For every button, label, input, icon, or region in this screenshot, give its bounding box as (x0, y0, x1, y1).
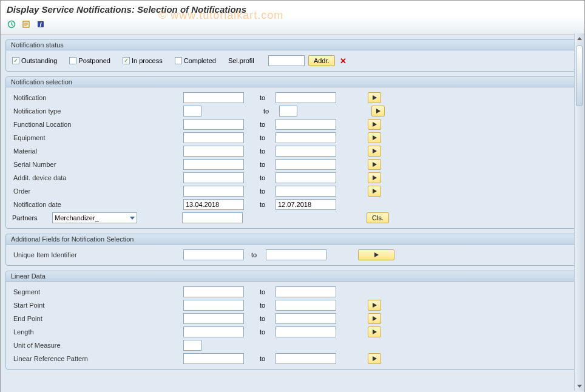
multi-select-button[interactable] (371, 106, 385, 117)
group-header-status: Notification status (6, 40, 579, 50)
outstanding-checkbox[interactable]: Outstanding (12, 57, 57, 64)
in-process-label: In process (132, 57, 163, 64)
svg-line-2 (12, 24, 13, 25)
arrow-right-icon (376, 109, 380, 113)
arrow-right-icon (373, 149, 377, 154)
serial-from-input[interactable] (183, 159, 244, 170)
arrow-right-icon (374, 252, 379, 257)
lrp-to-input[interactable] (276, 353, 336, 364)
addit-device-from-input[interactable] (183, 172, 244, 183)
multi-select-button[interactable] (368, 92, 381, 103)
addit-device-to-input[interactable] (276, 172, 336, 183)
get-variant-icon[interactable] (20, 18, 32, 30)
checkbox-icon (69, 57, 76, 64)
partners-value: Merchandizer_ (55, 214, 99, 221)
multi-select-button[interactable] (368, 119, 381, 130)
additional-fields-group: Additional Fields for Notification Selec… (5, 234, 580, 266)
func-loc-from-input[interactable] (183, 119, 244, 130)
partners-select[interactable]: Merchandizer_ (52, 212, 137, 223)
multi-select-button[interactable] (368, 313, 381, 324)
group-header-selection: Notification selection (6, 77, 579, 87)
func-loc-to-input[interactable] (276, 119, 336, 130)
equipment-from-input[interactable] (183, 132, 244, 143)
title-area: Display Service Notifications: Selection… (1, 1, 584, 17)
multi-select-button[interactable] (368, 353, 381, 364)
arrow-right-icon (373, 122, 377, 127)
start-point-to-input[interactable] (276, 300, 336, 311)
to-label: to (248, 161, 272, 168)
sel-profil-input[interactable] (268, 55, 305, 66)
end-point-to-input[interactable] (276, 313, 336, 324)
to-label: to (248, 288, 272, 296)
serial-label: Serial Number (12, 161, 91, 168)
end-point-from-input[interactable] (183, 313, 244, 324)
notif-type-from-input[interactable] (183, 106, 201, 117)
postponed-label: Postponed (78, 57, 110, 64)
to-label: to (248, 174, 272, 181)
multi-select-button[interactable] (368, 159, 381, 170)
arrow-right-icon (373, 189, 377, 194)
segment-label: Segment (12, 288, 91, 296)
notif-date-from-input[interactable] (183, 199, 244, 210)
to-label: to (248, 302, 272, 309)
notification-to-input[interactable] (276, 92, 336, 103)
multi-select-button[interactable] (368, 146, 381, 157)
segment-from-input[interactable] (183, 286, 244, 297)
postponed-checkbox[interactable]: Postponed (69, 57, 110, 64)
notification-from-input[interactable] (183, 92, 244, 103)
uid-to-input[interactable] (266, 249, 326, 260)
start-point-label: Start Point (12, 302, 91, 309)
length-to-input[interactable] (276, 326, 336, 337)
order-to-input[interactable] (276, 186, 336, 197)
arrow-right-icon (373, 316, 377, 321)
linear-data-group: Linear Data Segment to Start Point to (5, 271, 580, 370)
checkbox-icon (12, 57, 19, 64)
to-label: to (248, 315, 272, 322)
partners-label: Partners (12, 214, 49, 221)
serial-to-input[interactable] (276, 159, 336, 170)
arrow-right-icon (373, 356, 377, 361)
multi-select-button[interactable] (368, 326, 381, 337)
info-icon[interactable]: i (35, 18, 47, 30)
length-from-input[interactable] (183, 326, 244, 337)
execute-icon[interactable] (5, 18, 18, 30)
equipment-label: Equipment (12, 134, 91, 141)
vertical-scrollbar[interactable] (574, 33, 584, 391)
notification-label: Notification (12, 94, 91, 101)
lrp-from-input[interactable] (183, 353, 244, 364)
notification-selection-group: Notification selection Notification to N… (5, 76, 580, 229)
notif-date-to-input[interactable] (276, 199, 336, 210)
scroll-down-icon[interactable] (575, 381, 584, 391)
clear-icon[interactable]: ✕ (339, 56, 348, 66)
segment-to-input[interactable] (276, 286, 336, 297)
multi-select-button[interactable] (368, 132, 381, 143)
partners-input[interactable] (182, 212, 243, 223)
to-label: to (248, 328, 272, 336)
multi-select-button[interactable] (368, 186, 381, 197)
uom-input[interactable] (183, 340, 201, 351)
to-label: to (248, 94, 272, 101)
completed-checkbox[interactable]: Completed (175, 57, 216, 64)
main-area: Notification status Outstanding Postpone… (1, 35, 584, 392)
uid-from-input[interactable] (183, 249, 244, 260)
equipment-to-input[interactable] (276, 132, 336, 143)
multi-select-button[interactable] (358, 249, 394, 260)
start-point-from-input[interactable] (183, 300, 244, 311)
addr-button[interactable]: Addr. (308, 55, 335, 66)
cls-button[interactable]: Cls. (367, 212, 389, 223)
checkbox-icon (123, 57, 130, 64)
scrollbar-thumb[interactable] (576, 46, 583, 106)
order-from-input[interactable] (183, 186, 244, 197)
multi-select-button[interactable] (368, 172, 381, 183)
notif-type-to-input[interactable] (279, 106, 297, 117)
arrow-right-icon (373, 162, 377, 167)
material-to-input[interactable] (276, 146, 336, 157)
to-label: to (248, 201, 272, 208)
chevron-down-icon (130, 217, 135, 220)
in-process-checkbox[interactable]: In process (123, 57, 163, 64)
multi-select-button[interactable] (368, 300, 381, 311)
scroll-up-icon[interactable] (575, 33, 584, 43)
func-loc-label: Functional Location (12, 121, 91, 128)
to-label: to (248, 134, 272, 141)
material-from-input[interactable] (183, 146, 244, 157)
